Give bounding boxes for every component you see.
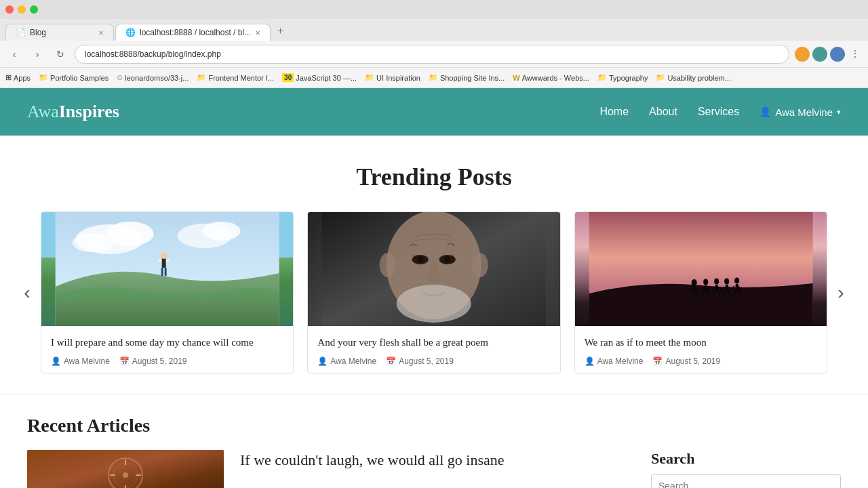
nav-home[interactable]: Home bbox=[599, 106, 629, 118]
bookmark-js30[interactable]: 30 JavaScript 30 —... bbox=[282, 73, 357, 82]
folder-icon-1: 📁 bbox=[39, 73, 48, 82]
post-card-1-date: 📅 August 5, 2019 bbox=[119, 357, 187, 366]
close-dot[interactable] bbox=[5, 5, 14, 14]
sidebar-search-input[interactable] bbox=[651, 474, 841, 488]
menu-icon[interactable]: ⋮ bbox=[848, 48, 863, 60]
sidebar-search-title: Search bbox=[651, 450, 841, 468]
bookmark-shopping-label: Shopping Site Ins... bbox=[440, 74, 505, 82]
apps-icon: ⊞ bbox=[5, 73, 12, 82]
carousel-next-button[interactable]: › bbox=[827, 279, 854, 306]
brand-logo[interactable]: AwaInspires bbox=[27, 102, 119, 122]
post-card-2-body: And your very flesh shall be a great poe… bbox=[308, 326, 559, 373]
nav-services[interactable]: Services bbox=[698, 106, 739, 118]
post-card-3-author: 👤 Awa Melvine bbox=[585, 357, 644, 366]
svg-point-7 bbox=[161, 252, 167, 259]
svg-point-16 bbox=[417, 256, 424, 263]
bookmark-apps[interactable]: ⊞ Apps bbox=[5, 73, 31, 82]
user-meta-icon-3: 👤 bbox=[585, 357, 595, 366]
post-card-1-title: I will prepare and some day my chance wi… bbox=[51, 336, 283, 350]
forward-button[interactable]: › bbox=[28, 45, 46, 63]
silhouette-svg bbox=[575, 212, 827, 326]
recent-article-thumbnail[interactable] bbox=[27, 450, 224, 488]
bookmarks-bar: ⊞ Apps 📁 Portfolio Samples ⊙ leonardomso… bbox=[0, 68, 868, 88]
recent-articles-layout: If we couldn't laugh, we would all go in… bbox=[27, 450, 841, 488]
page-content: AwaInspires Home About Services 👤 Awa Me… bbox=[0, 88, 868, 488]
browser-titlebar bbox=[0, 0, 868, 19]
cards-container: I will prepare and some day my chance wi… bbox=[41, 211, 827, 373]
bookmark-usability-label: Usability problem... bbox=[667, 74, 731, 82]
bookmark-github[interactable]: ⊙ leonardomso/33-j... bbox=[117, 73, 189, 82]
tab-close-icon[interactable]: ✕ bbox=[98, 29, 104, 37]
post-card-3-image bbox=[575, 212, 827, 326]
tab-label: Blog bbox=[30, 28, 46, 37]
refresh-button[interactable]: ↻ bbox=[52, 45, 69, 63]
post-card-2[interactable]: And your very flesh shall be a great poe… bbox=[307, 211, 560, 373]
nav-user-menu[interactable]: 👤 Awa Melvine ▾ bbox=[760, 106, 841, 118]
recent-articles-title: Recent Articles bbox=[27, 415, 841, 436]
svg-point-28 bbox=[703, 279, 708, 285]
minimize-dot[interactable] bbox=[18, 5, 26, 14]
svg-rect-35 bbox=[715, 285, 717, 291]
svg-point-34 bbox=[714, 279, 719, 285]
carousel-prev-button[interactable]: ‹ bbox=[14, 279, 41, 306]
browser-chrome: 📄 Blog ✕ 🌐 localhost:8888 / localhost / … bbox=[0, 0, 868, 88]
svg-rect-23 bbox=[692, 286, 695, 293]
bookmark-portfolio[interactable]: 📁 Portfolio Samples bbox=[39, 73, 108, 82]
trending-title: Trending Posts bbox=[14, 163, 854, 191]
recent-article-title[interactable]: If we couldn't laugh, we would all go in… bbox=[240, 450, 635, 470]
profile-icon[interactable] bbox=[830, 47, 845, 62]
svg-rect-9 bbox=[165, 268, 167, 276]
svg-point-20 bbox=[472, 253, 488, 277]
bookmark-typography-label: Typography bbox=[609, 74, 648, 82]
address-bar[interactable]: localhost:8888/backup/blog/index.php bbox=[75, 45, 789, 64]
post-card-1-author-text: Awa Melvine bbox=[64, 357, 110, 366]
back-button[interactable]: ‹ bbox=[5, 45, 23, 63]
svg-rect-41 bbox=[725, 285, 728, 291]
folder-icon-6: 📁 bbox=[656, 73, 665, 82]
post-card-2-meta: 👤 Awa Melvine 📅 August 5, 2019 bbox=[317, 357, 550, 366]
bookmark-awwwards[interactable]: W Awwwards - Webs... bbox=[513, 74, 589, 82]
bookmark-github-label: leonardomso/33-j... bbox=[125, 74, 189, 82]
svg-point-2 bbox=[106, 222, 154, 246]
bookmark-shopping[interactable]: 📁 Shopping Site Ins... bbox=[429, 73, 505, 82]
brand-light: Awa bbox=[27, 102, 59, 121]
bookmark-usability[interactable]: 📁 Usability problem... bbox=[656, 73, 731, 82]
browser-actions: ⋮ bbox=[795, 47, 863, 62]
bookmark-icon[interactable] bbox=[812, 47, 827, 62]
portrait-svg bbox=[308, 212, 559, 326]
bookmark-ui[interactable]: 📁 UI Inspiration bbox=[365, 73, 420, 82]
post-card-2-author: 👤 Awa Melvine bbox=[317, 357, 376, 366]
svg-point-46 bbox=[734, 278, 739, 284]
tab-close-active-icon[interactable]: ✕ bbox=[255, 29, 260, 37]
nav-about[interactable]: About bbox=[649, 106, 677, 118]
browser-tab-active[interactable]: 🌐 localhost:8888 / localhost / bl... ✕ bbox=[115, 24, 271, 41]
tab-icon: 📄 bbox=[16, 28, 26, 37]
svg-rect-47 bbox=[735, 284, 738, 290]
maximize-dot[interactable] bbox=[30, 5, 38, 14]
folder-icon-5: 📁 bbox=[597, 73, 607, 82]
address-text: localhost:8888/backup/blog/index.php bbox=[85, 49, 221, 59]
nav-user-label: Awa Melvine bbox=[775, 106, 833, 118]
recent-article-content: If we couldn't laugh, we would all go in… bbox=[240, 450, 635, 488]
bookmark-typography[interactable]: 📁 Typography bbox=[597, 73, 648, 82]
js-icon: 30 bbox=[282, 73, 294, 82]
bookmark-frontend[interactable]: 📁 Frontend Mentor I... bbox=[197, 73, 274, 82]
svg-rect-11 bbox=[166, 260, 170, 262]
post-card-1-image bbox=[41, 212, 293, 326]
browser-tab-blog[interactable]: 📄 Blog ✕ bbox=[5, 24, 114, 41]
svg-rect-29 bbox=[704, 285, 707, 291]
bookmark-portfolio-label: Portfolio Samples bbox=[50, 74, 108, 82]
post-card-3-title: We ran as if to meet the moon bbox=[585, 336, 817, 350]
landscape-svg bbox=[41, 212, 293, 326]
post-card-3[interactable]: We ran as if to meet the moon 👤 Awa Melv… bbox=[574, 211, 827, 373]
post-card-1[interactable]: I will prepare and some day my chance wi… bbox=[41, 211, 294, 373]
new-tab-button[interactable]: + bbox=[272, 22, 289, 41]
bookmark-awwwards-label: Awwwards - Webs... bbox=[522, 74, 589, 82]
calendar-meta-icon-2: 📅 bbox=[386, 357, 396, 366]
extensions-icon[interactable] bbox=[795, 47, 810, 62]
tab-label-active: localhost:8888 / localhost / bl... bbox=[140, 28, 251, 37]
svg-point-59 bbox=[123, 472, 128, 478]
svg-point-40 bbox=[724, 279, 729, 285]
user-icon: 👤 bbox=[760, 106, 771, 117]
post-card-2-date-text: August 5, 2019 bbox=[399, 357, 454, 366]
